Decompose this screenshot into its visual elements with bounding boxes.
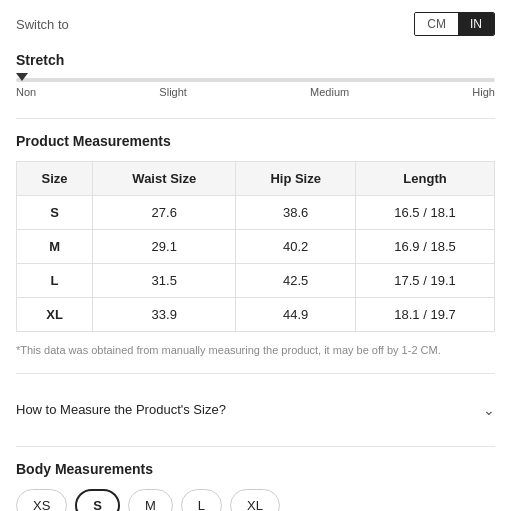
divider-2 xyxy=(16,373,495,374)
size-pill-s[interactable]: S xyxy=(75,489,120,512)
cell-waist: 33.9 xyxy=(93,298,236,332)
col-header-size: Size xyxy=(17,162,93,196)
table-row: XL33.944.918.1 / 19.7 xyxy=(17,298,495,332)
body-measurements-title: Body Measurements xyxy=(16,461,495,477)
stretch-label-non: Non xyxy=(16,86,36,98)
cell-size: XL xyxy=(17,298,93,332)
cell-hip: 42.5 xyxy=(236,264,356,298)
stretch-slider-thumb xyxy=(16,73,28,81)
cell-size: M xyxy=(17,230,93,264)
product-measurements-section: Product Measurements Size Waist Size Hip… xyxy=(16,133,495,359)
col-header-waist: Waist Size xyxy=(93,162,236,196)
unit-cm-button[interactable]: CM xyxy=(415,13,458,35)
col-header-length: Length xyxy=(356,162,495,196)
divider-1 xyxy=(16,118,495,119)
stretch-label-medium: Medium xyxy=(310,86,349,98)
cell-length: 18.1 / 19.7 xyxy=(356,298,495,332)
table-row: S27.638.616.5 / 18.1 xyxy=(17,196,495,230)
cell-length: 16.5 / 18.1 xyxy=(356,196,495,230)
table-row: L31.542.517.5 / 19.1 xyxy=(17,264,495,298)
stretch-title: Stretch xyxy=(16,52,495,68)
unit-in-button[interactable]: IN xyxy=(458,13,494,35)
cell-waist: 31.5 xyxy=(93,264,236,298)
cell-hip: 44.9 xyxy=(236,298,356,332)
size-pill-xs[interactable]: XS xyxy=(16,489,67,512)
switch-label: Switch to xyxy=(16,17,69,32)
cell-size: L xyxy=(17,264,93,298)
stretch-label-high: High xyxy=(472,86,495,98)
cell-length: 16.9 / 18.5 xyxy=(356,230,495,264)
table-header-row: Size Waist Size Hip Size Length xyxy=(17,162,495,196)
size-pills-container: XSSMLXL xyxy=(16,489,495,512)
product-measurements-title: Product Measurements xyxy=(16,133,495,149)
measurements-disclaimer: *This data was obtained from manually me… xyxy=(16,342,495,359)
stretch-section: Stretch Non Slight Medium High xyxy=(16,52,495,98)
measurements-table: Size Waist Size Hip Size Length S27.638.… xyxy=(16,161,495,332)
stretch-slider-track[interactable] xyxy=(16,78,495,82)
stretch-label-slight: Slight xyxy=(159,86,187,98)
page-container: Switch to CM IN Stretch Non Slight Mediu… xyxy=(0,0,511,511)
unit-switch-row: Switch to CM IN xyxy=(16,12,495,36)
size-pill-l[interactable]: L xyxy=(181,489,222,512)
cell-length: 17.5 / 19.1 xyxy=(356,264,495,298)
chevron-down-icon: ⌄ xyxy=(483,402,495,418)
col-header-hip: Hip Size xyxy=(236,162,356,196)
body-measurements-section: Body Measurements XSSMLXL xyxy=(16,461,495,512)
cell-waist: 29.1 xyxy=(93,230,236,264)
how-to-measure-label: How to Measure the Product's Size? xyxy=(16,402,226,417)
size-pill-m[interactable]: M xyxy=(128,489,173,512)
cell-hip: 40.2 xyxy=(236,230,356,264)
cell-hip: 38.6 xyxy=(236,196,356,230)
stretch-labels: Non Slight Medium High xyxy=(16,86,495,98)
cell-waist: 27.6 xyxy=(93,196,236,230)
how-to-measure-row[interactable]: How to Measure the Product's Size? ⌄ xyxy=(16,388,495,432)
divider-3 xyxy=(16,446,495,447)
cell-size: S xyxy=(17,196,93,230)
size-pill-xl[interactable]: XL xyxy=(230,489,280,512)
table-row: M29.140.216.9 / 18.5 xyxy=(17,230,495,264)
unit-toggle: CM IN xyxy=(414,12,495,36)
